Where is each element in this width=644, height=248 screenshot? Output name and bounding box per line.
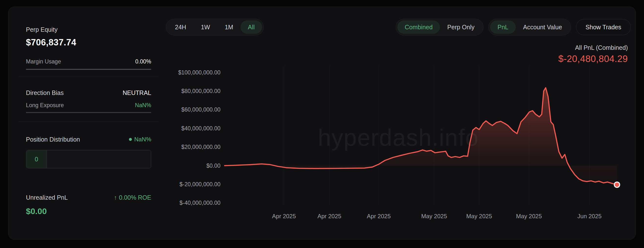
y-axis-label: $40,000,000.00 (181, 125, 220, 131)
tab-all[interactable]: All (240, 20, 262, 34)
long-exposure-label: Long Exposure (26, 102, 64, 109)
y-axis-label: $100,000,000.00 (178, 69, 220, 76)
x-axis-label: Apr 2025 (272, 213, 296, 220)
long-exposure-bar (26, 112, 151, 113)
unrealized-pnl-row: Unrealized PnL ↑ 0.00% ROE (26, 194, 151, 201)
metric-tabs: PnL Account Value (488, 19, 571, 35)
tab-24h[interactable]: 24H (168, 20, 194, 34)
perp-equity-value: $706,837.74 (26, 37, 151, 48)
direction-bias-value: NEUTRAL (122, 89, 151, 96)
dashboard-card: Perp Equity $706,837.74 Margin Usage 0.0… (8, 6, 636, 240)
green-dot-icon (129, 138, 132, 141)
arrow-up-icon: ↑ (114, 194, 117, 201)
y-axis-label: $-40,000,000.00 (179, 200, 220, 206)
y-axis-label: $20,000,000.00 (181, 144, 220, 150)
y-axis-label: $80,000,000.00 (181, 88, 220, 94)
divider (18, 121, 158, 122)
pnl-summary-value: $-20,480,804.29 (558, 53, 628, 64)
position-distribution-badge: NaN% (129, 136, 151, 143)
x-axis-label: May 2025 (421, 213, 447, 220)
chart-toolbar: 24H 1W 1M All Combined Perp Only PnL Acc… (166, 19, 631, 35)
tab-perp-only[interactable]: Perp Only (440, 20, 482, 34)
sidebar: Perp Equity $706,837.74 Margin Usage 0.0… (8, 7, 151, 240)
x-axis-label: Jun 2025 (578, 213, 602, 220)
divider (18, 76, 158, 76)
margin-usage-label: Margin Usage (26, 58, 61, 65)
margin-usage-value: 0.00% (135, 58, 151, 65)
tab-1m[interactable]: 1M (217, 20, 240, 34)
watermark-text: hyperdash.info (318, 124, 479, 151)
tab-account-value[interactable]: Account Value (516, 20, 569, 34)
perp-equity-block: Perp Equity $706,837.74 Margin Usage 0.0… (26, 26, 151, 70)
y-axis-label: $-20,000,000.00 (179, 181, 220, 187)
pnl-chart-svg[interactable]: hyperdash.info$100,000,000.00$80,000,000… (166, 42, 631, 232)
chart-panel: 24H 1W 1M All Combined Perp Only PnL Acc… (151, 7, 636, 240)
direction-bias-label: Direction Bias (26, 89, 64, 96)
pnl-chart[interactable]: hyperdash.info$100,000,000.00$80,000,000… (166, 42, 631, 232)
x-axis-label: Apr 2025 (317, 213, 341, 220)
x-axis-label: May 2025 (466, 213, 492, 220)
margin-usage-bar (26, 69, 151, 70)
direction-bias-block: Direction Bias NEUTRAL Long Exposure NaN… (26, 89, 151, 113)
long-exposure-value: NaN% (135, 102, 151, 109)
position-distribution-label: Position Distribution (26, 136, 80, 143)
unrealized-pnl-value: $0.00 (26, 206, 151, 216)
y-axis-label: $0.00 (206, 163, 220, 169)
unrealized-pnl-block: Unrealized PnL ↑ 0.00% ROE $0.00 (26, 194, 151, 216)
perp-equity-label: Perp Equity (26, 26, 151, 33)
tab-combined[interactable]: Combined (397, 20, 440, 34)
show-trades-button[interactable]: Show Trades (576, 19, 631, 35)
long-exposure-row: Long Exposure NaN% (26, 102, 151, 109)
position-distribution-percent: NaN% (134, 136, 151, 143)
roe-badge: ↑ 0.00% ROE (114, 194, 151, 201)
x-axis-label: Apr 2025 (367, 213, 390, 220)
mode-tabs: Combined Perp Only (396, 19, 484, 35)
time-range-tabs: 24H 1W 1M All (166, 19, 264, 35)
tab-1w[interactable]: 1W (194, 20, 218, 34)
pnl-summary-label: All PnL (Combined) (558, 44, 628, 51)
x-axis-label: May 2025 (516, 213, 542, 220)
roe-value: 0.00% ROE (119, 194, 151, 201)
position-distribution-row: Position Distribution NaN% (26, 136, 151, 143)
pnl-summary: All PnL (Combined) $-20,480,804.29 (558, 44, 628, 64)
position-distribution-cell[interactable]: 0 (26, 150, 47, 168)
margin-usage-row: Margin Usage 0.00% (26, 58, 151, 65)
position-distribution-empty (47, 150, 151, 168)
direction-bias-row: Direction Bias NEUTRAL (26, 89, 151, 96)
tab-pnl[interactable]: PnL (490, 20, 516, 34)
y-axis-label: $60,000,000.00 (181, 107, 220, 113)
last-point-dot (614, 182, 620, 187)
unrealized-pnl-label: Unrealized PnL (26, 194, 68, 201)
sidebar-content: Perp Equity $706,837.74 Margin Usage 0.0… (26, 26, 151, 216)
toolbar-right-controls: Combined Perp Only PnL Account Value Sho… (396, 19, 631, 35)
position-distribution-box[interactable]: 0 (26, 150, 151, 168)
position-distribution-block: Position Distribution NaN% 0 (26, 136, 151, 168)
